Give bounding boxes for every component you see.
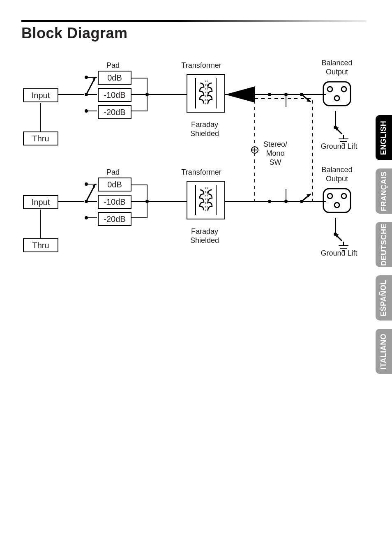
svg-point-14 [334, 96, 339, 101]
ch2-shield-label: Faraday Shielded [184, 227, 225, 245]
ch2-xfmr-box [187, 181, 225, 219]
svg-rect-28 [323, 189, 350, 212]
ch1-xlr-icon [323, 80, 352, 110]
ch2-ground-lift-label: Ground Lift [316, 249, 362, 258]
svg-point-29 [327, 194, 332, 198]
lang-tab-deutsche[interactable]: DEUTSCHE [376, 222, 392, 267]
ch2-xfmr-label: Transformer [177, 168, 226, 177]
lang-tab-italiano[interactable]: ITALIANO [376, 329, 392, 374]
ch1-shield-label: Faraday Shielded [184, 120, 225, 138]
ch2-xlr-icon [323, 187, 352, 217]
svg-point-4 [145, 93, 149, 96]
page-title: Block Diagram [21, 25, 128, 42]
lang-tab-espanol[interactable]: ESPAÑOL [376, 275, 392, 321]
svg-point-13 [341, 87, 346, 92]
ch1-ground-lift-label: Ground Lift [316, 142, 362, 151]
ch1-pad-selector [83, 70, 99, 115]
ch1-output-label: Balanced Output [316, 58, 357, 76]
lang-tab-english[interactable]: ENGLISH [376, 115, 392, 160]
svg-point-12 [327, 87, 332, 92]
ch1-pad-to-xfmr [131, 74, 192, 123]
ch1-xfmr-label: Transformer [177, 61, 226, 70]
ch2-pad-20db: -20dB [98, 212, 131, 226]
svg-point-31 [334, 203, 339, 208]
svg-point-30 [341, 194, 346, 198]
ch2-pad-label: Pad [101, 168, 125, 177]
header-rule [21, 20, 367, 22]
svg-rect-11 [323, 82, 350, 106]
lang-tab-francais[interactable]: FRANÇAIS [376, 168, 392, 214]
svg-point-23 [284, 200, 288, 203]
ch1-pad-10db: -10dB [98, 88, 131, 102]
ch2-output-label: Balanced Output [316, 165, 357, 183]
svg-point-21 [145, 200, 149, 203]
ch1-pad-label: Pad [101, 61, 125, 70]
ch1-pad-0db: 0dB [98, 71, 131, 85]
block-diagram: Input Thru Pad 0dB -10dB -20dB Transf [21, 53, 366, 275]
ch2-pad-10db: -10dB [98, 195, 131, 209]
ch2-pad-0db: 0dB [98, 178, 131, 191]
ch1-pad-20db: -20dB [98, 105, 131, 119]
ch2-pad-selector [83, 177, 99, 222]
ch1-xfmr-box [187, 74, 225, 113]
ch2-pad-to-xfmr [131, 181, 192, 230]
svg-point-25 [300, 200, 303, 203]
